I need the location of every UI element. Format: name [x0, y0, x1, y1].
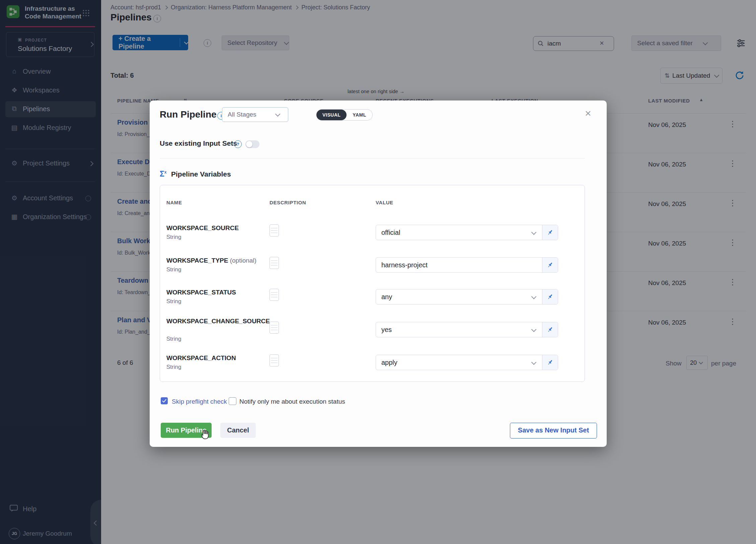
save-as-new-input-set-button[interactable]: Save as New Input Set	[510, 423, 597, 438]
chevron-down-icon	[531, 294, 537, 299]
var-col-description: DESCRIPTION	[270, 200, 306, 205]
tab-yaml[interactable]: YAML	[347, 112, 372, 118]
pin-segment[interactable]	[542, 322, 558, 337]
pin-segment[interactable]	[542, 225, 558, 240]
app-screen: Infrastructure as Code Management ▣ PROJ…	[0, 0, 756, 544]
variable-value-select[interactable]: yes	[376, 322, 558, 337]
pin-icon	[546, 359, 554, 366]
variable-name: WORKSPACE_SOURCE	[166, 224, 257, 232]
variable-name: WORKSPACE_CHANGE_SOURCE	[166, 317, 237, 326]
pin-segment[interactable]	[542, 258, 558, 272]
description-icon[interactable]	[270, 289, 279, 301]
var-col-value: VALUE	[376, 200, 393, 205]
stage-select-label: All Stages	[222, 111, 256, 118]
variable-value-select[interactable]: any	[376, 289, 558, 304]
variable-type: String	[166, 336, 181, 342]
sigma-icon: Σx	[160, 169, 167, 179]
pin-icon	[546, 293, 554, 300]
variable-type: String	[166, 364, 181, 370]
pipeline-variables-title: Pipeline Variables	[171, 170, 231, 178]
skip-preflight-label[interactable]: Skip preflight check	[172, 398, 227, 405]
help-icon[interactable]: ?	[234, 140, 242, 148]
variable-value-select[interactable]: apply	[376, 355, 558, 370]
stage-select-dropdown[interactable]: All Stages	[222, 107, 288, 122]
variable-value: official	[376, 229, 532, 236]
var-col-name: NAME	[166, 200, 182, 205]
toggle-knob	[246, 141, 252, 147]
modal-divider	[160, 158, 585, 158]
run-pipeline-modal: Run Pipeline i All Stages VISUAL YAML × …	[150, 100, 607, 447]
description-icon[interactable]	[270, 322, 279, 334]
use-input-sets-label: Use existing Input Sets	[160, 139, 237, 147]
pin-segment[interactable]	[542, 355, 558, 370]
variable-type: String	[166, 266, 181, 273]
input-sets-toggle[interactable]	[245, 140, 259, 148]
tab-visual[interactable]: VISUAL	[316, 110, 347, 120]
variable-type: String	[166, 234, 181, 241]
chevron-down-icon	[531, 327, 537, 332]
pin-icon	[546, 326, 554, 333]
notify-label[interactable]: Notify only me about execution status	[239, 398, 345, 405]
variables-card	[160, 185, 585, 382]
cancel-button[interactable]: Cancel	[220, 423, 256, 438]
view-toggle: VISUAL YAML	[316, 109, 373, 121]
variable-value: apply	[376, 359, 532, 366]
variable-type: String	[166, 298, 181, 305]
variable-name: WORKSPACE_TYPE (optional)	[166, 256, 257, 265]
variable-name: WORKSPACE_STATUS	[166, 288, 257, 297]
description-icon[interactable]	[270, 354, 279, 366]
variable-value-input[interactable]	[376, 261, 542, 269]
variable-value-input-wrap	[376, 257, 558, 273]
mouse-cursor-icon	[200, 429, 210, 440]
notify-checkbox[interactable]	[229, 397, 236, 405]
pin-segment[interactable]	[542, 289, 558, 304]
description-icon[interactable]	[270, 257, 279, 269]
modal-title: Run Pipeline	[160, 109, 217, 120]
variable-value: any	[376, 293, 532, 301]
close-icon[interactable]: ×	[585, 107, 591, 120]
chevron-down-icon	[531, 230, 537, 235]
variable-value-select[interactable]: official	[376, 225, 558, 240]
chevron-down-icon	[275, 111, 280, 117]
pin-icon	[546, 261, 554, 269]
variable-value: yes	[376, 326, 532, 334]
description-icon[interactable]	[270, 224, 279, 236]
variable-name: WORKSPACE_ACTION	[166, 354, 257, 362]
skip-preflight-checkbox[interactable]	[161, 397, 168, 404]
pin-icon	[546, 229, 554, 236]
chevron-down-icon	[531, 360, 537, 365]
